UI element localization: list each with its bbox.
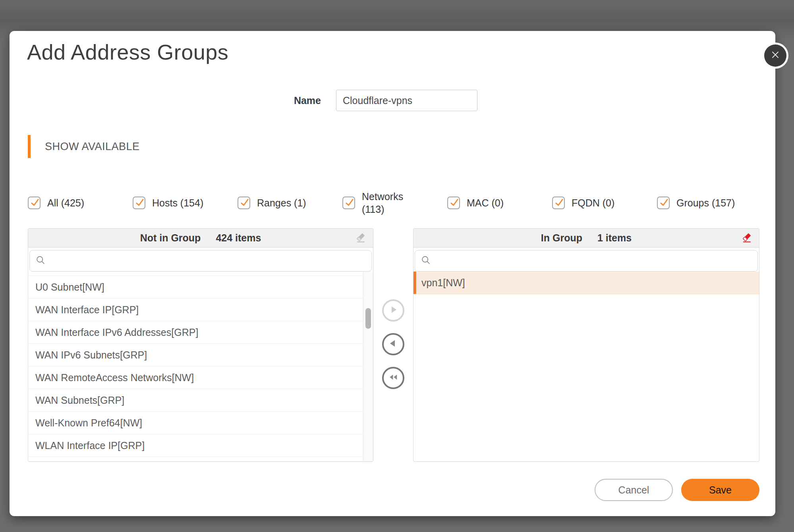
filter-checkbox-fqdn[interactable]: FQDN (0) <box>552 185 657 221</box>
in-group-title: In Group <box>541 232 582 244</box>
in-group-header: In Group 1 items <box>413 229 759 248</box>
not-in-group-list: U0 Subnet[NW] WAN Interface IP[GRP] WAN … <box>28 272 373 461</box>
arrow-right-icon <box>388 304 399 317</box>
checkbox-checked-icon[interactable] <box>28 197 41 209</box>
in-group-search <box>415 250 758 272</box>
close-button[interactable] <box>764 44 786 67</box>
search-icon <box>35 255 46 267</box>
not-in-group-panel: Not in Group 424 items U0 Subnet[NW] WAN… <box>28 228 373 462</box>
filter-checkbox-ranges[interactable]: Ranges (1) <box>238 185 342 221</box>
filter-label: All (425) <box>47 197 84 209</box>
in-group-panel: In Group 1 items vpn1[NW] <box>413 228 759 462</box>
list-item[interactable]: WAN Interface IP[GRP] <box>28 299 373 321</box>
filter-checkbox-hosts[interactable]: Hosts (154) <box>133 185 238 221</box>
checkbox-checked-icon[interactable] <box>552 197 565 209</box>
filter-label: FQDN (0) <box>572 197 614 209</box>
eraser-red-icon <box>741 231 753 245</box>
not-in-group-header: Not in Group 424 items <box>28 229 373 248</box>
in-group-search-input[interactable] <box>431 251 757 271</box>
list-item-selected[interactable]: vpn1[NW] <box>413 272 759 294</box>
checkbox-checked-icon[interactable] <box>342 197 355 209</box>
name-input[interactable] <box>336 90 477 111</box>
move-all-left-button[interactable] <box>382 367 404 389</box>
section-accent-bar <box>28 135 31 158</box>
list-item[interactable]: WLAN Interface IP[GRP] <box>28 434 373 457</box>
filter-checkbox-all[interactable]: All (425) <box>28 185 133 221</box>
arrow-left-icon <box>388 338 399 351</box>
not-in-group-search-input[interactable] <box>46 251 371 271</box>
search-icon <box>421 255 431 267</box>
filter-label: Networks (113) <box>362 190 410 216</box>
scrollbar-track[interactable] <box>363 272 373 461</box>
checkbox-checked-icon[interactable] <box>238 197 250 209</box>
list-item[interactable]: WAN Interface IPv6 Addresses[GRP] <box>28 321 373 344</box>
filter-checkbox-groups[interactable]: Groups (157) <box>657 185 762 221</box>
checkbox-checked-icon[interactable] <box>657 197 670 209</box>
show-available-section: SHOW AVAILABLE <box>28 135 140 158</box>
clear-in-group-button[interactable] <box>741 232 753 245</box>
filter-label: Hosts (154) <box>152 197 203 209</box>
in-group-count: 1 items <box>597 232 632 244</box>
clear-not-in-group-button[interactable] <box>355 232 367 245</box>
filter-label: Groups (157) <box>676 197 735 209</box>
list-row-partial <box>28 272 373 276</box>
save-button[interactable]: Save <box>681 479 759 501</box>
move-left-button[interactable] <box>382 333 404 355</box>
dialog-title: Add Address Groups <box>27 40 228 64</box>
list-item[interactable]: WAN IPv6 Subnets[GRP] <box>28 344 373 366</box>
add-address-groups-dialog: Add Address Groups Name SHOW AVAILABLE A… <box>10 31 775 516</box>
filter-checkbox-row: All (425) Hosts (154) Ranges (1) Network… <box>28 185 771 221</box>
modal-backdrop: Add Address Groups Name SHOW AVAILABLE A… <box>0 0 794 532</box>
filter-label: Ranges (1) <box>257 197 306 209</box>
double-arrow-left-icon <box>388 372 399 384</box>
not-in-group-title: Not in Group <box>140 232 201 244</box>
name-field-row: Name <box>10 90 477 111</box>
checkbox-checked-icon[interactable] <box>447 197 460 209</box>
list-item[interactable]: U0 Subnet[NW] <box>28 276 373 299</box>
cancel-button[interactable]: Cancel <box>595 479 673 501</box>
filter-checkbox-networks[interactable]: Networks (113) <box>342 185 447 221</box>
checkbox-checked-icon[interactable] <box>133 197 145 209</box>
scrollbar-thumb[interactable] <box>365 308 371 329</box>
eraser-icon <box>355 231 367 245</box>
list-item[interactable]: WAN RemoteAccess Networks[NW] <box>28 366 373 389</box>
not-in-group-search <box>29 250 372 272</box>
list-item[interactable]: Well-Known Pref64[NW] <box>28 412 373 434</box>
in-group-list: vpn1[NW] <box>413 272 759 461</box>
not-in-group-count: 424 items <box>216 232 261 244</box>
transfer-buttons <box>382 299 404 389</box>
close-icon <box>770 50 780 62</box>
filter-checkbox-mac[interactable]: MAC (0) <box>447 185 552 221</box>
name-label: Name <box>294 95 321 106</box>
list-item[interactable]: WAN Subnets[GRP] <box>28 389 373 412</box>
section-label: SHOW AVAILABLE <box>31 135 140 158</box>
move-right-button[interactable] <box>382 299 404 322</box>
filter-label: MAC (0) <box>467 197 504 209</box>
